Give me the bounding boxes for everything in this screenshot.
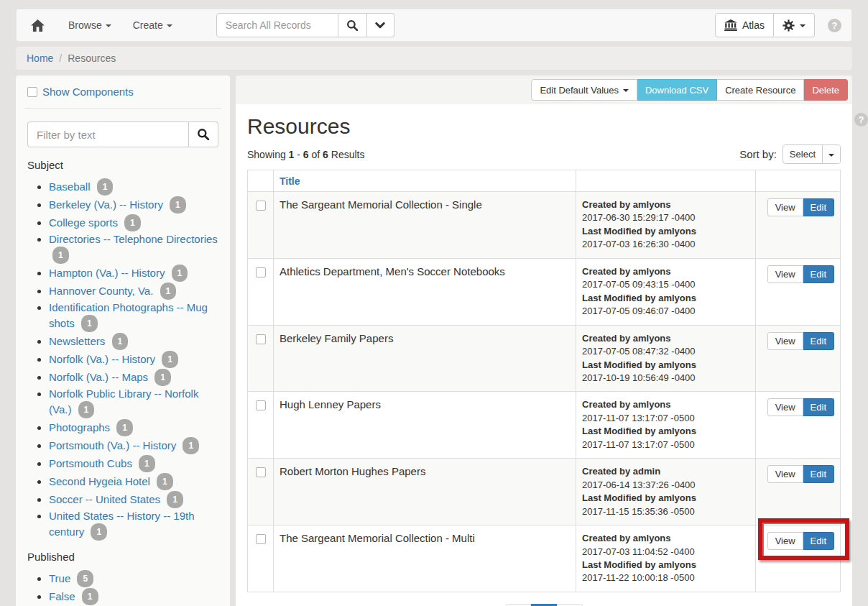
- download-csv-button[interactable]: Download CSV: [637, 79, 717, 101]
- table-row: Athletics Department, Men's Soccer Noteb…: [248, 258, 841, 325]
- row-checkbox-cell: [248, 192, 274, 259]
- chevron-down-icon: [106, 24, 111, 27]
- breadcrumb-separator: /: [59, 52, 62, 64]
- facet-link[interactable]: Soccer -- United States: [49, 493, 160, 505]
- settings-menu-button[interactable]: [774, 13, 815, 37]
- facet-link[interactable]: Berkeley (Va.) -- History: [49, 198, 163, 211]
- chevron-down-icon: [623, 89, 629, 92]
- row-modified-date: 2017-07-03 16:26:30 -0400: [582, 238, 749, 251]
- facet-link[interactable]: Newsletters: [49, 335, 105, 347]
- facet-count-badge: 1: [112, 333, 129, 350]
- sort-by-label: Sort by:: [739, 148, 777, 160]
- table-header-row: Title: [248, 170, 841, 192]
- view-button[interactable]: View: [767, 465, 803, 483]
- edit-button[interactable]: Edit: [803, 198, 834, 216]
- facet-link[interactable]: Norfolk (Va.) -- Maps: [49, 371, 148, 383]
- view-button[interactable]: View: [767, 332, 803, 350]
- row-checkbox[interactable]: [256, 467, 266, 477]
- top-navbar: Browse Create: [16, 9, 852, 42]
- facet-count-badge: 1: [124, 214, 141, 231]
- facet-link[interactable]: Photographs: [49, 421, 110, 433]
- row-modified-date: 2017-11-15 15:35:36 -0500: [582, 505, 749, 518]
- facet-link[interactable]: Baseball: [49, 180, 91, 193]
- row-checkbox[interactable]: [256, 400, 266, 410]
- row-checkbox[interactable]: [256, 267, 266, 277]
- row-checkbox[interactable]: [256, 534, 266, 544]
- edit-button[interactable]: Edit: [803, 465, 834, 483]
- filter-input[interactable]: [27, 121, 189, 147]
- facet-link[interactable]: True: [49, 572, 70, 584]
- facet-count-badge: 1: [183, 437, 199, 454]
- search-input[interactable]: [216, 13, 338, 37]
- sidebar-divider: [24, 108, 221, 109]
- edit-button[interactable]: Edit: [803, 265, 834, 283]
- show-components-checkbox[interactable]: [27, 87, 37, 97]
- facet-link[interactable]: Directories -- Telephone Directories: [49, 233, 218, 245]
- row-title: Robert Morton Hughes Papers: [274, 459, 576, 525]
- row-created-by: Created by amlyons: [582, 398, 749, 411]
- view-button[interactable]: View: [767, 265, 803, 283]
- row-checkbox[interactable]: [256, 201, 266, 211]
- facet-list-item: Photographs 1: [49, 419, 218, 436]
- create-menu[interactable]: Create: [122, 19, 183, 31]
- facet-link[interactable]: College sports: [49, 216, 118, 229]
- facet-link[interactable]: Norfolk Public Library -- Norfolk (Va.): [49, 387, 198, 416]
- browse-menu[interactable]: Browse: [57, 19, 122, 31]
- sort-select[interactable]: Select: [782, 144, 841, 164]
- facet-link[interactable]: Hannover County, Va.: [49, 285, 153, 297]
- help-icon[interactable]: ?: [854, 113, 868, 127]
- create-menu-label: Create: [133, 19, 163, 31]
- view-button[interactable]: View: [767, 532, 803, 550]
- row-created-by: Created by amlyons: [582, 532, 749, 545]
- facet-list-item: Hannover County, Va. 1: [49, 283, 218, 300]
- view-button[interactable]: View: [767, 198, 803, 216]
- edit-button[interactable]: Edit: [803, 398, 834, 416]
- facet-link[interactable]: False: [49, 590, 75, 602]
- row-actions-cell: View Edit: [756, 192, 841, 259]
- facet-count-badge: 1: [81, 315, 98, 332]
- facet-count-badge: 1: [82, 588, 98, 605]
- home-nav-button[interactable]: [17, 19, 57, 32]
- row-actions-cell: View Edit: [756, 459, 841, 525]
- row-actions-cell: View Edit: [756, 392, 841, 459]
- row-created-by: Created by amlyons: [582, 332, 749, 345]
- row-title: The Sargeant Memorial Collection - Multi: [274, 525, 576, 592]
- title-column-header[interactable]: Title: [274, 170, 576, 192]
- row-modified-by: Last Modified by amlyons: [582, 225, 749, 238]
- row-checkbox-cell: [248, 325, 274, 392]
- search-options-button[interactable]: [367, 13, 394, 37]
- row-title: Berkeley Family Papers: [274, 325, 576, 392]
- facet-link[interactable]: Portsmouth (Va.) -- History: [49, 439, 176, 451]
- edit-button[interactable]: Edit: [803, 532, 834, 550]
- show-components-toggle[interactable]: Show Components: [27, 86, 218, 98]
- row-modified-date: 2017-11-22 10:00:18 -0500: [582, 571, 749, 584]
- facet-link[interactable]: Hampton (Va.) -- History: [49, 267, 165, 279]
- view-button[interactable]: View: [767, 398, 803, 416]
- edit-button[interactable]: Edit: [803, 332, 834, 350]
- facet-count-badge: 1: [160, 283, 177, 300]
- search-icon: [346, 19, 359, 32]
- chevron-down-icon: [167, 24, 172, 27]
- row-created-date: 2017-07-05 08:47:32 -0400: [582, 345, 749, 358]
- create-resource-button[interactable]: Create Resource: [717, 79, 804, 101]
- facet-link[interactable]: United States -- History -- 19th century: [49, 510, 195, 538]
- facet-link[interactable]: Identification Photographs -- Mug shots: [49, 301, 208, 329]
- atlas-button[interactable]: Atlas: [715, 13, 774, 37]
- row-checkbox[interactable]: [256, 334, 266, 344]
- breadcrumb-current: Resources: [68, 52, 116, 64]
- facet-link[interactable]: Norfolk (Va.) -- History: [49, 353, 155, 365]
- breadcrumb-home-link[interactable]: Home: [27, 52, 53, 64]
- delete-button[interactable]: Delete: [804, 79, 848, 101]
- edit-default-values-button[interactable]: Edit Default Values: [531, 79, 637, 101]
- navbar-right-group: Atlas: [715, 13, 841, 37]
- search-button[interactable]: [338, 13, 367, 37]
- filter-search-button[interactable]: [189, 121, 218, 147]
- edit-default-values-label: Edit Default Values: [540, 85, 619, 96]
- help-icon[interactable]: ?: [828, 19, 841, 32]
- facet-list-item: Portsmouth Cubs 1: [49, 455, 218, 472]
- facet-link[interactable]: Second Hygeia Hotel: [49, 475, 150, 487]
- facet-list-item: Hampton (Va.) -- History 1: [49, 265, 218, 282]
- facet-list-item: Norfolk (Va.) -- History 1: [49, 351, 218, 368]
- facet-link[interactable]: Portsmouth Cubs: [49, 457, 132, 469]
- row-title: Hugh Lenney Papers: [274, 392, 576, 459]
